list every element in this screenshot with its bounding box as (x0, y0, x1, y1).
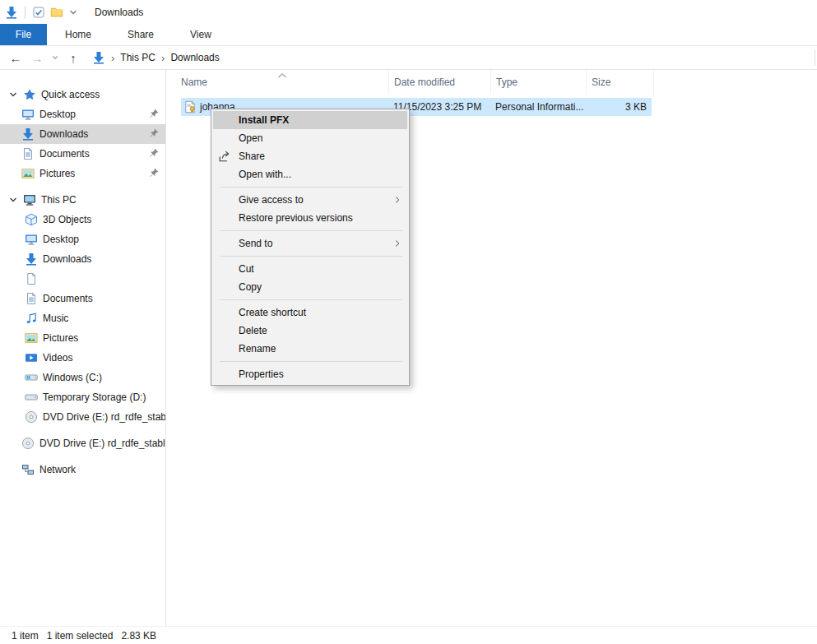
3d-objects-icon (25, 213, 38, 226)
title-bar: Downloads (0, 0, 817, 24)
menu-item-share[interactable]: Share (211, 147, 409, 165)
selection-size: 2.83 KB (121, 630, 156, 642)
menu-item-label: Share (239, 151, 265, 162)
sidebar-item-documents[interactable]: Documents (0, 289, 165, 308)
breadcrumb-downloads[interactable]: Downloads (170, 52, 219, 63)
window-title: Downloads (95, 7, 143, 18)
menu-separator (220, 187, 402, 188)
certificate-file-icon (183, 100, 197, 114)
menu-item-restore-previous-versions[interactable]: Restore previous versions (211, 209, 409, 227)
tab-share[interactable]: Share (109, 24, 172, 45)
menu-item-label: Install PFX (239, 114, 289, 126)
pin-icon (148, 108, 160, 119)
ribbon-tab-bar: File Home Share View (0, 24, 817, 46)
chevron-down-icon[interactable] (8, 195, 18, 205)
sidebar-item-dvd-drive-e[interactable]: DVD Drive (E:) rd_rdfe_stable (0, 407, 165, 427)
sidebar-item-dvd-drive-root[interactable]: DVD Drive (E:) rd_rdfe_stable.T (0, 433, 165, 453)
menu-separator (220, 256, 402, 257)
quick-access-star-icon (23, 88, 36, 101)
sidebar-label: This PC (41, 194, 77, 206)
history-chevron-down-icon[interactable] (48, 53, 63, 62)
menu-item-send-to[interactable]: Send to (211, 234, 409, 253)
tab-file[interactable]: File (0, 24, 47, 45)
chevron-right-icon (392, 195, 402, 205)
back-icon[interactable]: ← (5, 52, 26, 64)
breadcrumb-this-pc[interactable]: This PC (120, 52, 156, 63)
sidebar-label: DVD Drive (E:) rd_rdfe_stable.T (39, 438, 165, 449)
chevron-right-icon[interactable]: › (161, 52, 165, 64)
sidebar-label: Downloads (39, 128, 88, 140)
item-count: 1 item (12, 630, 39, 642)
sidebar-item-pictures[interactable]: Pictures (0, 164, 165, 183)
music-icon (25, 312, 38, 325)
divider (25, 6, 26, 19)
up-icon[interactable]: ↑ (63, 52, 84, 64)
downloads-icon (5, 6, 18, 19)
sidebar-item-unnamed[interactable] (0, 269, 165, 289)
column-header-date-modified[interactable]: Date modified (389, 70, 491, 95)
menu-item-label: Give access to (239, 194, 304, 206)
chevron-right-icon[interactable]: › (111, 52, 114, 64)
menu-separator (220, 299, 402, 300)
downloads-icon (92, 51, 105, 64)
sidebar-item-pictures[interactable]: Pictures (0, 328, 165, 348)
sidebar-label: Windows (C:) (43, 372, 102, 383)
menu-item-label: Delete (239, 325, 267, 336)
chevron-down-icon[interactable] (8, 90, 18, 100)
menu-item-label: Open with... (239, 169, 291, 180)
downloads-icon (21, 127, 35, 141)
column-header-type[interactable]: Type (491, 70, 587, 95)
pictures-icon (25, 331, 38, 345)
sidebar-item-videos[interactable]: Videos (0, 348, 165, 368)
menu-item-create-shortcut[interactable]: Create shortcut (211, 303, 409, 322)
sidebar-item-music[interactable]: Music (0, 308, 165, 328)
forward-icon[interactable]: → (26, 52, 48, 64)
menu-item-open[interactable]: Open (211, 129, 409, 147)
sidebar-label: Downloads (43, 253, 91, 265)
dvd-drive-icon (21, 437, 35, 450)
chevron-down-icon[interactable] (68, 7, 78, 17)
menu-separator (220, 230, 402, 231)
sidebar-item-desktop[interactable]: Desktop (0, 229, 165, 249)
sort-ascending-icon[interactable] (277, 70, 287, 76)
sidebar-section-quick-access[interactable]: Quick access (0, 85, 165, 104)
menu-item-delete[interactable]: Delete (211, 322, 409, 340)
address-search-divider (815, 49, 815, 66)
documents-icon (21, 147, 35, 160)
menu-item-label: Copy (239, 281, 262, 293)
sidebar-item-downloads[interactable]: Downloads (0, 124, 165, 144)
sidebar-label: Desktop (39, 109, 76, 120)
desktop-icon (25, 233, 38, 246)
tab-home[interactable]: Home (47, 24, 109, 45)
sidebar-label: Videos (43, 352, 72, 364)
downloads-icon (25, 253, 38, 266)
tab-view[interactable]: View (172, 24, 230, 45)
menu-item-properties[interactable]: Properties (211, 365, 409, 383)
menu-item-give-access-to[interactable]: Give access to (211, 191, 409, 209)
menu-item-label: Properties (239, 368, 284, 380)
menu-item-rename[interactable]: Rename (211, 340, 409, 358)
network-icon (21, 463, 35, 476)
sidebar-item-desktop[interactable]: Desktop (0, 104, 165, 124)
sidebar-label: Music (43, 313, 68, 324)
sidebar-item-documents[interactable]: Documents (0, 144, 165, 164)
menu-item-label: Create shortcut (239, 307, 306, 318)
folder-icon[interactable] (50, 6, 63, 19)
menu-item-label: Rename (239, 343, 276, 354)
selection-count: 1 item selected (47, 630, 114, 642)
sidebar-item-temporary-storage-d[interactable]: Temporary Storage (D:) (0, 387, 165, 407)
sidebar-item-network[interactable]: Network (0, 460, 165, 480)
menu-item-install-pfx[interactable]: Install PFX (213, 111, 407, 129)
column-header-size[interactable]: Size (587, 70, 654, 95)
sidebar-label: Network (39, 464, 76, 475)
menu-item-copy[interactable]: Copy (211, 278, 409, 296)
sidebar-item-windows-c[interactable]: Windows (C:) (0, 368, 165, 387)
menu-item-open-with[interactable]: Open with... (211, 165, 409, 183)
menu-item-cut[interactable]: Cut (211, 260, 409, 278)
sidebar-section-this-pc[interactable]: This PC (0, 190, 165, 210)
desktop-icon (21, 108, 35, 121)
checkbox-icon[interactable] (32, 6, 45, 19)
navigation-pane: Quick access Desktop Downloads Documents (0, 70, 166, 626)
sidebar-item-downloads[interactable]: Downloads (0, 249, 165, 269)
sidebar-item-3d-objects[interactable]: 3D Objects (0, 210, 165, 229)
